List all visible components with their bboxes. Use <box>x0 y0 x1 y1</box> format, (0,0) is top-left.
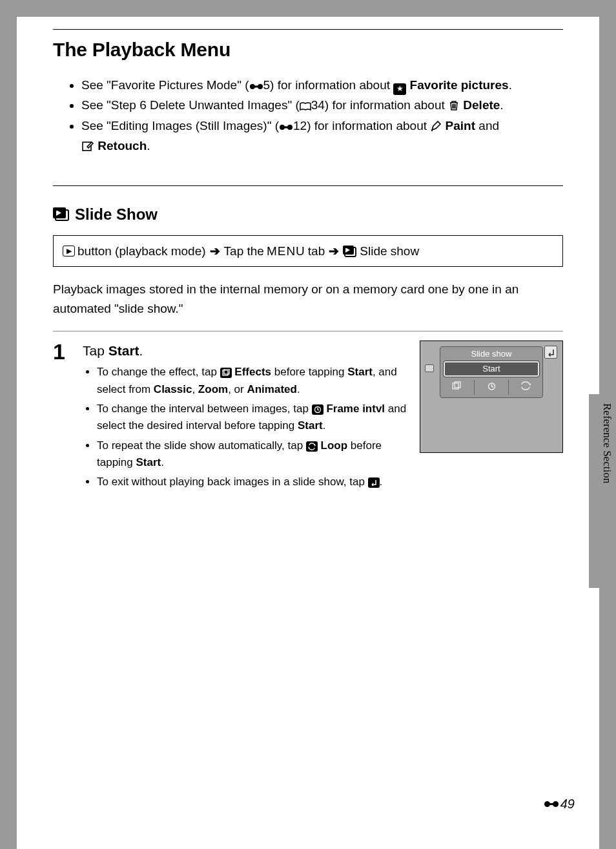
mock-start-button[interactable]: Start <box>444 361 539 377</box>
text-bold: Loop <box>321 439 348 452</box>
ref-icon <box>279 123 293 132</box>
mock-panel: Slide show Start <box>440 346 543 398</box>
navigation-path-box: ▶ button (playback mode) ➔ Tap the MENU … <box>53 235 563 267</box>
text: 5) for information about <box>263 78 394 92</box>
svg-marker-17 <box>308 446 309 449</box>
arrow-icon: ➔ <box>329 244 339 258</box>
top-gray-band <box>0 0 616 17</box>
text: before tapping <box>271 366 347 378</box>
mock-title: Slide show <box>440 347 542 360</box>
text: To exit without playing back images in a… <box>97 476 368 488</box>
slideshow-icon <box>53 207 70 222</box>
text: Slide show <box>360 244 419 258</box>
effects-icon <box>220 368 232 378</box>
slideshow-heading: Slide Show <box>53 205 563 224</box>
text: , or <box>228 383 247 395</box>
loop-icon <box>306 441 318 452</box>
text: See "Favorite Pictures Mode" ( <box>81 78 249 92</box>
intro-bullet-list: See "Favorite Pictures Mode" (5) for inf… <box>53 75 563 156</box>
svg-point-24 <box>553 801 559 807</box>
list-item: To change the interval between images, t… <box>97 401 408 435</box>
playback-button-icon: ▶ <box>63 246 75 257</box>
paint-icon <box>430 120 442 132</box>
manual-page: Reference Section The Playback Menu See … <box>0 0 616 849</box>
svg-marker-16 <box>314 444 316 446</box>
text: Tap <box>83 343 108 358</box>
ref-icon <box>544 799 559 809</box>
slideshow-icon <box>343 246 357 257</box>
text-bold: Retouch <box>98 139 147 152</box>
page-number: 49 <box>544 797 575 812</box>
svg-rect-14 <box>224 369 229 374</box>
menu-label: MENU <box>267 244 305 258</box>
step-title: Tap Start. <box>83 343 408 359</box>
favorite-icon: ★ <box>393 83 406 95</box>
arrow-icon: ➔ <box>210 244 220 258</box>
mock-interval-button[interactable] <box>475 380 509 395</box>
ref-icon <box>249 82 263 91</box>
text: To repeat the slide show automatically, … <box>97 439 306 452</box>
text: 12) for information about <box>293 119 430 132</box>
text-bold: Start <box>136 456 161 468</box>
text: See "Step 6 Delete Unwanted Images" ( <box>81 98 300 112</box>
text: tab <box>308 244 325 258</box>
mock-loop-button[interactable] <box>509 380 542 395</box>
step-1: 1 Tap Start. To change the effect, tap E… <box>53 341 563 493</box>
svg-point-5 <box>287 125 293 130</box>
text-bold: Paint <box>446 119 475 132</box>
list-item: See "Favorite Pictures Mode" (5) for inf… <box>81 75 563 95</box>
text-bold: Classic <box>154 383 192 395</box>
book-icon <box>300 102 311 111</box>
text-bold: Start <box>347 366 373 378</box>
list-item: To repeat the slide show automatically, … <box>97 437 408 472</box>
section-rule <box>53 185 563 186</box>
text-bold: Start <box>298 419 323 432</box>
text-bold: Effects <box>234 366 271 378</box>
step-number: 1 <box>53 341 71 362</box>
text: Tap the <box>224 244 264 258</box>
heading-text: Slide Show <box>75 205 158 224</box>
section-description: Playback images stored in the internal m… <box>53 280 563 318</box>
text: and <box>475 119 499 132</box>
text: To change the interval between images, t… <box>97 403 312 415</box>
step-sublist: To change the effect, tap Effects before… <box>83 364 408 490</box>
text: To change the effect, tap <box>97 366 220 378</box>
text: button (playback mode) <box>77 244 206 258</box>
camera-screen-mock: Slide show Start <box>420 341 563 453</box>
frame-interval-icon <box>312 404 323 415</box>
text-bold: Zoom <box>198 383 228 395</box>
left-gray-band <box>0 0 17 849</box>
content-area: The Playback Menu See "Favorite Pictures… <box>53 29 563 494</box>
list-item: To change the effect, tap Effects before… <box>97 364 408 398</box>
delete-icon <box>448 100 460 111</box>
thin-rule <box>53 331 563 331</box>
page-number-text: 49 <box>560 797 575 812</box>
step-body: Tap Start. To change the effect, tap Eff… <box>83 341 408 493</box>
svg-marker-21 <box>529 383 531 386</box>
text-bold: Delete <box>463 98 500 112</box>
text-bold: Start <box>108 343 139 358</box>
text: 34) for information about <box>311 98 448 112</box>
side-tab-label: Reference Section <box>601 403 613 483</box>
text-bold: Frame intvl <box>326 403 385 415</box>
title-rule <box>53 29 563 30</box>
mock-tab-icon <box>425 364 434 372</box>
svg-rect-18 <box>453 383 458 389</box>
svg-rect-13 <box>223 370 228 375</box>
svg-point-2 <box>258 84 263 89</box>
mock-effects-button[interactable] <box>440 380 475 395</box>
retouch-icon <box>81 140 94 152</box>
back-icon <box>368 477 380 488</box>
list-item: See "Editing Images (Still Images)" (12)… <box>81 116 563 156</box>
mock-back-button[interactable] <box>544 346 557 359</box>
page-title: The Playback Menu <box>53 39 563 61</box>
text-bold: Animated <box>247 383 296 395</box>
text-bold: Favorite pictures <box>410 78 509 92</box>
list-item: See "Step 6 Delete Unwanted Images" (34)… <box>81 95 563 115</box>
mock-button-row <box>440 380 542 395</box>
text: See "Editing Images (Still Images)" ( <box>81 119 279 132</box>
svg-rect-19 <box>455 382 460 388</box>
list-item: To exit without playing back images in a… <box>97 474 408 490</box>
